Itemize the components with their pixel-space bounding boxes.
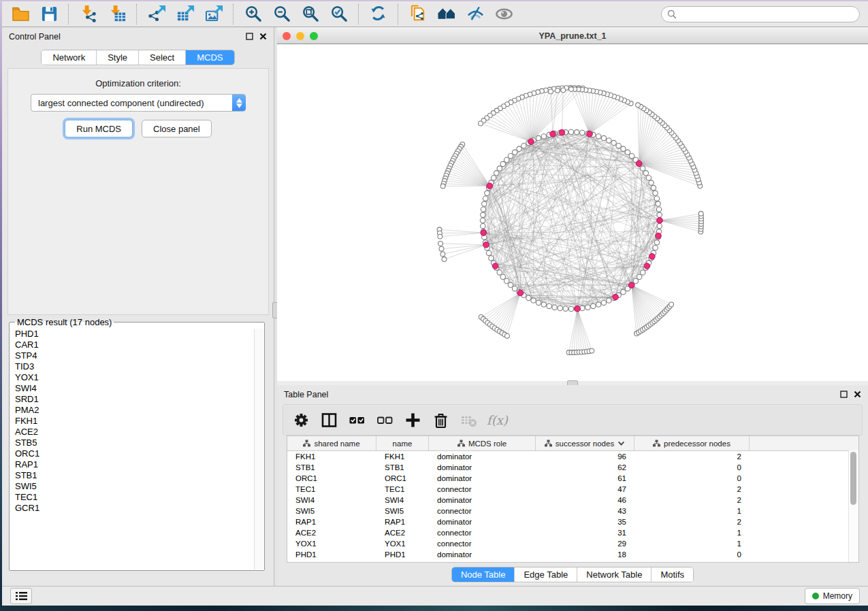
zoom-in-button[interactable] [239,3,268,25]
column-header-shared_name[interactable]: shared name [287,436,376,450]
tab-mcds[interactable]: MCDS [186,50,234,65]
mcds-result-item[interactable]: CAR1 [10,340,255,350]
mcds-result-item[interactable]: TID3 [10,361,255,372]
table-row[interactable]: TEC1TEC1connector472 [287,484,858,495]
cell-role: dominator [429,474,536,482]
column-header-successors[interactable]: successor nodes [536,436,634,450]
table-row[interactable]: SWI4SWI4dominator462 [287,495,858,506]
refresh-button[interactable] [364,3,393,25]
close-panel-button[interactable]: Close panel [142,120,212,137]
mcds-result-item[interactable]: RAP1 [10,459,255,470]
deselect-all-rows-button[interactable] [372,408,398,431]
table-scrollbar[interactable] [848,450,858,562]
mcds-result-item[interactable]: SRD1 [10,394,255,405]
mcds-result-item[interactable]: ORC1 [10,448,255,459]
search-box[interactable] [661,6,860,22]
close-panel-icon[interactable] [259,32,267,42]
column-label: shared name [314,440,359,448]
attribute-icon [457,440,465,447]
float-panel-icon[interactable] [246,32,253,42]
control-panel-tabs: NetworkStyleSelectMCDS [2,50,274,65]
network-window-titlebar[interactable]: YPA_prune.txt_1 [277,27,868,44]
zoom-out-button[interactable] [268,3,296,25]
search-input[interactable] [680,9,854,20]
export-image-button[interactable] [199,3,228,25]
export-table-button[interactable] [171,3,199,25]
table-row[interactable]: RAP1RAP1dominator352 [287,516,858,527]
export-network-icon [148,5,165,21]
cell-role: connector [429,485,536,493]
cell-shared_name: TEC1 [287,485,376,493]
task-history-button[interactable] [10,588,32,604]
column-header-role[interactable]: MCDS role [429,436,536,450]
mcds-result-item[interactable]: STB5 [10,437,255,448]
import-network-button[interactable] [74,3,103,25]
memory-button[interactable]: Memory [805,588,860,604]
mcds-result-item[interactable]: SWI5 [10,481,255,492]
import-table-icon [110,5,125,21]
table-toolbar: f(x) [283,404,863,435]
mcds-result-item[interactable]: ACE2 [10,427,255,437]
close-panel-icon[interactable] [854,390,861,400]
zoom-selected-icon [332,7,346,20]
mcds-result-item[interactable]: PMA2 [10,405,255,416]
mcds-result-item[interactable]: GCR1 [10,503,255,514]
column-header-name[interactable]: name [376,436,429,450]
mcds-result-list[interactable]: PHD1CAR1STP4TID3YOX1SWI4SRD1PMA2FKH1ACE2… [10,329,255,569]
tab-edge-table[interactable]: Edge Table [515,567,577,582]
import-table-button[interactable] [103,3,131,25]
tab-node-table[interactable]: Node Table [452,567,515,582]
network-graph[interactable] [277,44,868,382]
tab-motifs[interactable]: Motifs [652,567,693,582]
toolbar-separator [233,4,234,24]
table-row[interactable]: STB1STB1dominator620 [287,462,858,473]
mcds-result-item[interactable]: TEC1 [10,492,255,503]
zoom-fit-icon [304,7,317,20]
column-header-predecessors[interactable]: predecessor nodes [634,436,750,450]
column-visibility-button[interactable] [317,408,342,431]
table-scrollbar-thumb[interactable] [850,452,856,505]
mcds-result-item[interactable]: STB1 [10,470,255,481]
tab-select[interactable]: Select [139,50,186,65]
show-details-button[interactable] [489,3,518,25]
zoom-fit-button[interactable] [296,3,325,25]
tab-style[interactable]: Style [97,50,139,65]
hide-details-button[interactable] [461,3,489,25]
cell-name: PHD1 [376,550,429,559]
table-panel-titlebar: Table Panel [277,385,868,404]
run-mcds-button[interactable]: Run MCDS [65,120,133,137]
table-row[interactable]: SWI5SWI5connector431 [287,506,858,516]
mcds-result-item[interactable]: FKH1 [10,416,255,427]
mcds-result-item[interactable]: STP4 [10,350,255,361]
table-row[interactable]: FKH1FKH1dominator962 [287,451,858,462]
cell-shared_name: YOX1 [287,540,376,548]
table-settings-button[interactable] [289,408,314,431]
table-row[interactable]: ORC1ORC1dominator610 [287,473,858,484]
add-column-button[interactable] [400,408,425,431]
export-network-button[interactable] [142,3,171,25]
save-session-button[interactable] [35,3,63,25]
toolbar-separator [68,4,69,24]
mcds-result-item[interactable]: SWI4 [10,383,255,394]
tab-network-table[interactable]: Network Table [577,567,652,582]
tab-network[interactable]: Network [42,50,97,65]
float-panel-icon[interactable] [840,390,848,400]
network-canvas[interactable] [277,44,868,381]
mcds-list-scrollbar[interactable] [254,329,263,569]
copy-network-button[interactable] [404,3,432,25]
select-all-rows-button[interactable] [344,408,370,431]
table-row[interactable]: PHD1PHD1dominator180 [287,549,858,560]
table-row[interactable]: ACE2ACE2connector311 [287,527,858,538]
zoom-selected-button[interactable] [325,3,353,25]
mcds-result-item[interactable]: PHD1 [10,329,255,340]
houses-button[interactable] [432,3,461,25]
table-row[interactable]: YOX1YOX1connector291 [287,538,858,549]
delete-column-button[interactable] [428,408,453,431]
cell-name: YOX1 [376,540,429,548]
save-session-icon [42,7,56,21]
criterion-select[interactable]: largest connected component (undirected) [31,94,246,112]
open-file-button[interactable] [6,3,35,25]
refresh-icon [371,7,385,20]
mcds-result-item[interactable]: YOX1 [10,372,255,383]
cell-shared_name: RAP1 [287,518,376,526]
